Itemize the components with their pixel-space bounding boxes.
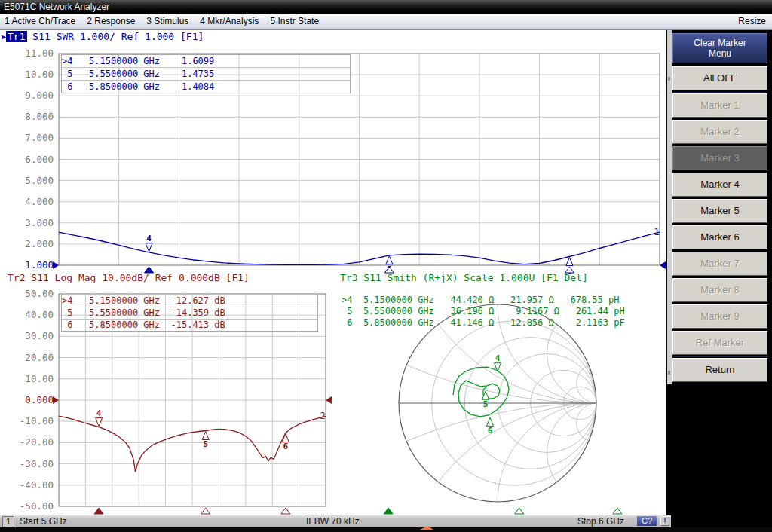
menu-4-mkr-analysis[interactable]: 4 Mkr/Analysis	[200, 14, 259, 29]
softkey-marker-2[interactable]: Marker 2	[672, 120, 767, 144]
marker-row: >4 5.1500000 GHz 1.6099	[62, 55, 350, 68]
tr2-title[interactable]: Tr2 S11 Log Mag 10.00dB/ Ref 0.000dB [F1…	[8, 272, 250, 284]
menu-items: 1 Active Ch/Trace2 Response3 Stimulus4 M…	[5, 14, 330, 30]
svg-text:9.000: 9.000	[25, 90, 54, 101]
pointer-cursor-icon	[420, 526, 433, 530]
softkey-marker-4[interactable]: Marker 4	[672, 173, 767, 197]
svg-text:40.00: 40.00	[25, 309, 54, 320]
start-frequency-label: Start 5 GHz	[20, 515, 67, 527]
display-area: 11.0010.009.0008.0007.0006.0005.0004.000…	[0, 30, 666, 515]
softkey-menu-title-line2: Menu	[673, 48, 767, 59]
status-bar: 1 Start 5 GHz IFBW 70 kHz Stop 6 GHz C? …	[0, 515, 671, 527]
svg-text:5: 5	[483, 399, 489, 409]
bottom-strip	[0, 527, 772, 532]
softkey-marker-3[interactable]: Marker 3	[672, 146, 767, 170]
svg-text:8.000: 8.000	[25, 111, 54, 122]
svg-text:11.00: 11.00	[25, 47, 54, 59]
menu-3-stimulus[interactable]: 3 Stimulus	[146, 14, 188, 29]
softkey-ref-marker[interactable]: Ref Marker	[672, 331, 767, 355]
svg-text:7.000: 7.000	[25, 132, 54, 143]
svg-text:4.000: 4.000	[25, 196, 54, 207]
svg-text:0.000: 0.000	[25, 394, 54, 405]
tr3-marker-table: >4 5.1500000 GHz 44.420 Ω 21.957 Ω 678.5…	[342, 295, 625, 329]
sb-separator-bottom	[672, 356, 767, 357]
svg-text:-50.00: -50.00	[20, 500, 54, 512]
correction-status-badge: C?	[637, 516, 657, 526]
tr1-title[interactable]: ▶Tr1 S11 SWR 1.000/ Ref 1.000 [F1]	[2, 31, 204, 43]
svg-text:-20.00: -20.00	[20, 436, 54, 448]
marker-row: >4 5.1500000 GHz 44.420 Ω 21.957 Ω 678.5…	[342, 295, 625, 306]
svg-text:6: 6	[488, 426, 493, 436]
svg-text:6.000: 6.000	[25, 154, 54, 165]
marker-row: 5 5.5500000 GHz -14.359 dB	[62, 307, 317, 320]
tr1-marker-table: >4 5.1500000 GHz 1.6099 5 5.5500000 GHz …	[61, 54, 351, 93]
marker-row: >4 5.1500000 GHz -12.627 dB	[62, 295, 317, 307]
ifbw-label: IFBW 70 kHz	[306, 515, 360, 527]
tr3-title[interactable]: Tr3 S11 Smith (R+jX) Scale 1.000U [F1 De…	[340, 272, 588, 284]
svg-text:4: 4	[96, 408, 102, 418]
svg-text:-10.00: -10.00	[20, 415, 54, 427]
svg-text:4: 4	[146, 234, 152, 243]
svg-text:10.00: 10.00	[25, 373, 54, 384]
softkey-menu-title: Clear Marker Menu	[672, 33, 767, 63]
marker-row: 6 5.8500000 GHz -15.413 dB	[62, 320, 317, 331]
marker-row: 6 5.8500000 GHz 1.4084	[62, 81, 350, 93]
menu-5-instr-state[interactable]: 5 Instr State	[270, 14, 319, 29]
menu-resize[interactable]: Resize	[738, 14, 766, 29]
tr1-tag: Tr1	[6, 31, 26, 42]
stop-frequency-label: Stop 6 GHz	[577, 515, 624, 527]
menu-2-response[interactable]: 2 Response	[87, 14, 135, 29]
tr1-title-text: S11 SWR 1.000/ Ref 1.000 [F1]	[27, 31, 204, 42]
svg-text:20.00: 20.00	[25, 352, 54, 363]
svg-text:-40.00: -40.00	[20, 479, 54, 491]
svg-text:10.00: 10.00	[25, 69, 54, 80]
svg-text:50.00: 50.00	[25, 288, 54, 299]
svg-text:2.000: 2.000	[25, 238, 54, 249]
softkey-return[interactable]: Return	[672, 358, 767, 382]
svg-text:30.00: 30.00	[25, 330, 54, 341]
softkey-marker-7[interactable]: Marker 7	[672, 252, 767, 276]
svg-text:4: 4	[495, 353, 501, 363]
window-titlebar: E5071C Network Analyzer	[0, 0, 772, 14]
softkey-sidebar: Clear Marker Menu All OFFMarker 1Marker …	[666, 30, 772, 515]
alert-badge[interactable]: !	[660, 516, 669, 526]
window-title: E5071C Network Analyzer	[4, 2, 109, 12]
svg-text:3.000: 3.000	[25, 217, 54, 228]
softkey-all-off[interactable]: All OFF	[672, 66, 767, 90]
softkey-scroll-strip[interactable]	[667, 30, 672, 384]
softkey-menu-title-line1: Clear Marker	[673, 38, 767, 48]
marker-row: 5 5.5500000 GHz 1.4735	[62, 68, 350, 81]
sb-separator-top	[672, 92, 767, 93]
svg-text:1: 1	[654, 227, 659, 237]
menu-bar: 1 Active Ch/Trace2 Response3 Stimulus4 M…	[0, 14, 772, 30]
channel-number-badge: 1	[2, 516, 14, 527]
tr2-marker-table: >4 5.1500000 GHz -12.627 dB 5 5.5500000 …	[61, 295, 318, 332]
softkey-marker-8[interactable]: Marker 8	[672, 278, 767, 302]
marker-row: 6 5.8500000 GHz 41.146 Ω -12.856 Ω 2.116…	[342, 317, 625, 329]
softkey-marker-5[interactable]: Marker 5	[672, 199, 767, 223]
svg-text:1.000: 1.000	[25, 259, 54, 271]
marker-row: 5 5.5500000 GHz 36.196 Ω 9.1167 Ω 261.44…	[342, 306, 625, 317]
svg-text:6: 6	[283, 442, 289, 451]
svg-text:5: 5	[203, 439, 208, 449]
menu-1-active-ch-trace[interactable]: 1 Active Ch/Trace	[5, 14, 75, 29]
softkey-marker-1[interactable]: Marker 1	[672, 93, 767, 118]
softkey-marker-6[interactable]: Marker 6	[672, 225, 767, 249]
svg-text:5.000: 5.000	[25, 175, 54, 186]
softkey-marker-9[interactable]: Marker 9	[672, 304, 767, 329]
svg-text:2: 2	[320, 411, 325, 421]
svg-text:-30.00: -30.00	[20, 458, 54, 469]
